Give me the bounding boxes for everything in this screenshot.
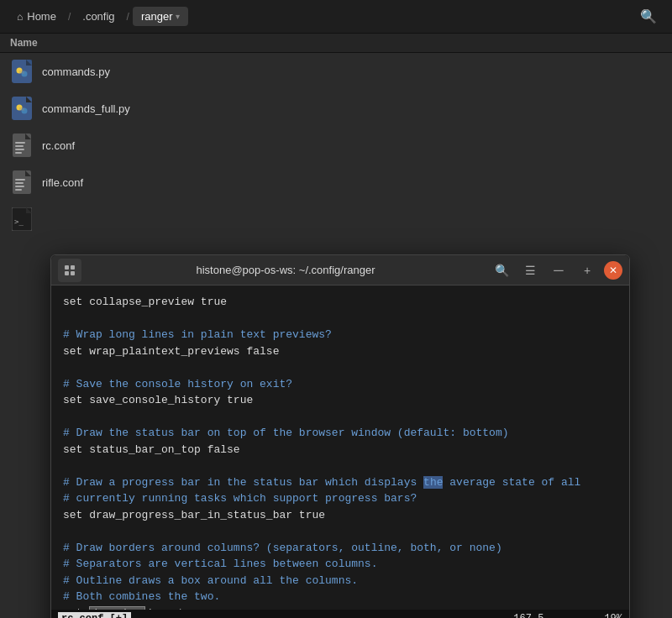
- conf-file-svg: [13, 134, 31, 157]
- svg-rect-15: [15, 149, 24, 150]
- filename: rc.conf: [42, 139, 75, 152]
- terminal-window: histone@pop-os-ws: ~/.config/ranger 🔍 ☰ …: [50, 254, 630, 618]
- svg-rect-21: [15, 186, 24, 187]
- svg-rect-19: [15, 179, 25, 181]
- home-icon: ⌂: [17, 11, 23, 23]
- breadcrumb-ranger[interactable]: ranger ▾: [133, 7, 188, 26]
- list-item[interactable]: rc.conf: [0, 127, 672, 164]
- svg-rect-13: [15, 142, 25, 144]
- grid-icon: [64, 264, 76, 276]
- list-item[interactable]: commands_full.py: [0, 90, 672, 127]
- list-item[interactable]: commands.py: [0, 53, 672, 90]
- file-icon-conf: [10, 132, 34, 159]
- terminal-line: # Wrap long lines in plain text previews…: [63, 327, 617, 343]
- status-filename: rc.conf [+]: [58, 612, 131, 618]
- terminal-line: # Both combines the two.: [63, 589, 617, 605]
- list-item[interactable]: rifle.conf: [0, 164, 672, 201]
- terminal-search-button[interactable]: 🔍: [490, 259, 513, 282]
- terminal-menu-button[interactable]: [58, 259, 81, 282]
- scroll-percent: 19%: [604, 613, 622, 618]
- svg-rect-16: [15, 152, 22, 154]
- terminal-menu-hamburger[interactable]: ☰: [518, 259, 542, 282]
- terminal-line: [63, 458, 617, 474]
- filename: rifle.conf: [42, 176, 83, 189]
- file-icon-conf2: [10, 169, 34, 196]
- column-header-name: Name: [0, 34, 672, 53]
- terminal-line: # Draw a progress bar in the status bar …: [63, 474, 617, 491]
- svg-rect-22: [15, 189, 22, 191]
- terminal-line: set draw_progress_bar_in_status_bar true: [63, 507, 617, 524]
- filename: commands.py: [42, 65, 110, 78]
- svg-rect-26: [65, 265, 69, 270]
- highlight-the: the: [423, 476, 443, 489]
- file-icon-python: [10, 95, 34, 122]
- svg-rect-28: [65, 271, 69, 275]
- terminal-line: set save_console_history true: [63, 392, 617, 409]
- terminal-file-svg: >_: [12, 207, 32, 231]
- terminal-title: histone@pop-os-ws: ~/.config/ranger: [87, 264, 485, 276]
- file-manager: Name commands.py: [0, 34, 672, 618]
- terminal-line: [63, 359, 617, 376]
- terminal-line: # Save the console history on exit?: [63, 376, 617, 393]
- svg-rect-14: [15, 145, 24, 147]
- breadcrumb-home[interactable]: ⌂ Home: [8, 7, 65, 26]
- svg-rect-29: [71, 271, 75, 275]
- chevron-down-icon: ▾: [176, 12, 180, 21]
- filename: commands_full.py: [42, 102, 130, 115]
- search-button-top[interactable]: 🔍: [633, 5, 664, 28]
- home-label: Home: [27, 10, 56, 23]
- terminal-content[interactable]: set collapse_preview true # Wrap long li…: [51, 285, 629, 610]
- breadcrumb-bar: ⌂ Home / .config / ranger ▾ 🔍: [0, 0, 672, 34]
- terminal-line: # Draw borders around columns? (separato…: [63, 540, 617, 557]
- terminal-close-button[interactable]: ✕: [604, 261, 622, 280]
- terminal-line: # Separators are vertical lines between …: [63, 556, 617, 573]
- cursor-position: 167,5: [513, 613, 543, 618]
- terminal-maximize-button[interactable]: +: [575, 259, 599, 282]
- svg-rect-27: [71, 265, 75, 270]
- file-icon-terminal: >_: [10, 206, 34, 233]
- list-item-terminal[interactable]: >_: [0, 201, 672, 238]
- terminal-titlebar: histone@pop-os-ws: ~/.config/ranger 🔍 ☰ …: [51, 255, 629, 285]
- ranger-label: ranger: [141, 10, 173, 23]
- terminal-line: [63, 523, 617, 540]
- svg-rect-10: [19, 107, 24, 111]
- svg-rect-2: [26, 60, 32, 65]
- conf-file-svg-2: [13, 170, 31, 194]
- terminal-line: # currently running tasks which support …: [63, 490, 617, 507]
- terminal-line: [63, 311, 617, 327]
- terminal-line: # Draw the status bar on top of the brow…: [63, 425, 617, 442]
- config-label: .config: [82, 10, 114, 23]
- svg-rect-20: [15, 182, 24, 184]
- status-position: 167,5 19%: [513, 613, 622, 618]
- python-file-svg: [12, 60, 32, 83]
- file-icon-python: [10, 58, 34, 85]
- breadcrumb-config[interactable]: .config: [74, 7, 123, 26]
- terminal-line: set collapse_preview true: [63, 294, 617, 311]
- terminal-line: set status_bar_on_top false: [63, 442, 617, 458]
- svg-text:>_: >_: [14, 217, 24, 226]
- svg-rect-5: [19, 71, 24, 74]
- terminal-line: set wrap_plaintext_previews false: [63, 343, 617, 360]
- breadcrumb-sep-2: /: [127, 11, 129, 23]
- terminal-line: [63, 409, 617, 426]
- terminal-line: # Outline draws a box around all the col…: [63, 573, 617, 589]
- breadcrumb-sep-1: /: [68, 11, 71, 23]
- terminal-minimize-button[interactable]: ─: [547, 259, 570, 282]
- terminal-statusbar: rc.conf [+] 167,5 19%: [51, 610, 629, 618]
- file-list: commands.py commands_full.py: [0, 53, 672, 618]
- python-file-svg-2: [12, 97, 32, 120]
